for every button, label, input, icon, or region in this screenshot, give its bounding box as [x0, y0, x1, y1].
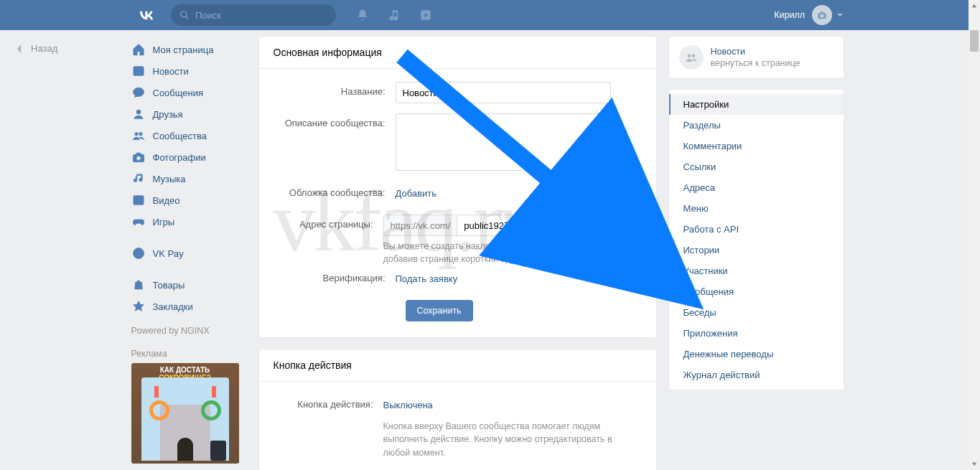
nav-music[interactable]: Музыка — [131, 168, 250, 189]
desc-textarea[interactable] — [396, 113, 611, 171]
nav-market[interactable]: Товары — [131, 274, 250, 296]
top-icons — [356, 9, 432, 22]
community-title: Новости — [711, 47, 801, 57]
home-icon — [132, 43, 145, 56]
scroll-thumb[interactable] — [970, 30, 979, 52]
nav-video[interactable]: Видео — [131, 189, 250, 211]
menu-settings[interactable]: Настройки — [669, 94, 844, 115]
chat-icon — [132, 86, 145, 99]
scroll-up[interactable] — [969, 0, 980, 11]
svg-point-3 — [134, 133, 138, 136]
main-info-panel: Основная информация Название: Описание с… — [258, 36, 657, 338]
menu-links[interactable]: Ссылки — [669, 156, 844, 177]
menu-sections[interactable]: Разделы — [669, 115, 844, 136]
action-panel: Кнопка действия Кнопка действия: Выключе… — [258, 349, 657, 470]
menu-log[interactable]: Журнал действий — [669, 365, 844, 385]
name-label: Название: — [274, 82, 396, 103]
nav-messages[interactable]: Сообщения — [131, 82, 250, 103]
svg-point-4 — [139, 133, 142, 136]
menu-menu[interactable]: Меню — [669, 198, 844, 219]
nav-games[interactable]: Игры — [131, 211, 250, 232]
user-icon — [132, 108, 145, 121]
user-menu[interactable]: Кирилл — [774, 5, 844, 25]
nav-my-page[interactable]: Моя страница — [131, 39, 250, 60]
community-sub: вернуться к странице — [711, 58, 801, 68]
play-icon[interactable] — [419, 9, 432, 22]
menu-chats[interactable]: Беседы — [669, 302, 844, 323]
topbar: Кирилл — [0, 0, 980, 30]
vk-logo[interactable] — [136, 5, 157, 25]
gamepad-icon — [132, 215, 145, 228]
news-icon — [132, 65, 145, 77]
powered-by: Powered by NGINX — [131, 326, 250, 336]
menu-stories[interactable]: Истории — [669, 240, 844, 260]
action-label: Кнопка действия: — [274, 395, 383, 459]
svg-point-9 — [691, 55, 695, 58]
nav-news[interactable]: Новости — [131, 60, 250, 82]
back-button[interactable]: Назад — [16, 43, 57, 54]
save-button[interactable]: Сохранить — [406, 300, 473, 321]
main-info-header: Основная информация — [259, 37, 656, 69]
desc-label: Описание сообщества: — [274, 113, 396, 173]
menu-members[interactable]: Участники — [669, 260, 844, 281]
users-icon — [132, 129, 145, 142]
username: Кирилл — [774, 10, 805, 20]
svg-text:₽: ₽ — [136, 250, 140, 257]
chevron-left-icon — [16, 44, 22, 54]
film-icon — [132, 194, 145, 207]
search-box[interactable] — [171, 4, 336, 26]
menu-messages[interactable]: Сообщения — [669, 281, 844, 302]
bag-icon — [132, 278, 145, 291]
cover-label: Обложка сообщества: — [274, 183, 396, 205]
left-nav: Моя страница Новости Сообщения Друзья Со… — [131, 36, 250, 464]
music-note-icon — [132, 172, 145, 185]
nav-vkpay[interactable]: ₽VK Pay — [131, 243, 250, 264]
ad-label: Реклама — [131, 349, 250, 359]
search-input[interactable] — [195, 10, 317, 21]
nav-bookmarks[interactable]: Закладки — [131, 296, 250, 317]
camera-icon — [132, 151, 145, 164]
music-icon[interactable] — [388, 9, 401, 22]
ad-banner[interactable]: КАК ДОСТАТЬ СОКРОВИЩЕ? — [131, 363, 239, 464]
menu-apps[interactable]: Приложения — [669, 323, 844, 344]
menu-comments[interactable]: Комментарии — [669, 136, 844, 156]
ruble-icon: ₽ — [132, 247, 145, 260]
search-icon — [179, 10, 190, 20]
menu-transfers[interactable]: Денежные переводы — [669, 344, 844, 365]
nav-friends[interactable]: Друзья — [131, 103, 250, 125]
back-label: Назад — [31, 43, 57, 54]
name-input[interactable] — [396, 82, 611, 103]
svg-rect-5 — [134, 196, 144, 205]
settings-menu: Настройки Разделы Комментарии Ссылки Адр… — [668, 89, 844, 390]
bell-icon[interactable] — [356, 9, 369, 22]
scroll-down[interactable] — [969, 459, 980, 470]
menu-api[interactable]: Работа с API — [669, 219, 844, 240]
chevron-down-icon — [836, 11, 844, 19]
action-value[interactable]: Выключена — [383, 395, 433, 416]
nav-photos[interactable]: Фотографии — [131, 146, 250, 168]
menu-addresses[interactable]: Адреса — [669, 177, 844, 198]
svg-point-2 — [136, 110, 141, 114]
users-icon — [685, 51, 698, 64]
cover-add-link[interactable]: Добавить — [396, 183, 437, 205]
verify-link[interactable]: Подать заявку — [396, 268, 458, 290]
addr-prefix: https://vk.com/ — [383, 215, 457, 236]
community-head[interactable]: Новости вернуться к странице — [668, 36, 844, 79]
svg-point-8 — [687, 55, 691, 58]
addr-hint: Вы можете создать наклейки для Вашего со… — [383, 240, 642, 265]
scrollbar[interactable] — [969, 0, 980, 470]
camera-icon — [817, 10, 827, 20]
addr-input[interactable] — [457, 215, 594, 236]
addr-label: Адрес страницы: — [274, 215, 383, 265]
verify-label: Верификация: — [274, 268, 396, 290]
avatar — [812, 5, 832, 25]
group-avatar — [679, 45, 704, 70]
action-hint: Кнопка вверху Вашего сообщества помогает… — [383, 420, 642, 459]
action-header: Кнопка действия — [259, 349, 656, 382]
star-icon — [132, 300, 145, 313]
nav-groups[interactable]: Сообщества — [131, 125, 250, 146]
